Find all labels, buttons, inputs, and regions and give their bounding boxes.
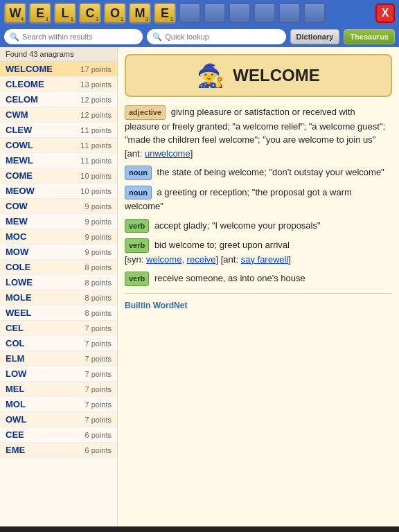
anagram-word: MEL xyxy=(6,384,24,394)
anagram-word: COLE xyxy=(6,262,30,272)
list-item[interactable]: MOLE 8 points xyxy=(0,290,117,305)
found-count: Found 43 anagrams xyxy=(0,47,117,62)
anagram-word: LOW xyxy=(6,369,26,379)
list-item[interactable]: ELM 7 points xyxy=(0,351,117,366)
anagram-points: 7 points xyxy=(85,324,112,332)
def-text-6: receive someone, as into one's house xyxy=(154,273,305,283)
tile-bar: W4 E1 L1 C3 O1 M3 E1 X xyxy=(0,0,399,26)
pos-badge-verb-2: verb xyxy=(125,238,149,253)
pos-badge-adj: adjective xyxy=(125,105,166,120)
tile-M[interactable]: M3 xyxy=(129,3,151,24)
anagram-points: 11 points xyxy=(80,141,112,150)
list-item[interactable]: OWL 7 points xyxy=(0,412,117,427)
quick-lookup-input[interactable] xyxy=(165,33,280,41)
list-item[interactable]: COLE 8 points xyxy=(0,260,117,275)
list-item[interactable]: CLEOME 13 points xyxy=(0,77,117,92)
list-item[interactable]: COME 10 points xyxy=(0,168,117,184)
list-item[interactable]: MEOW 10 points xyxy=(0,184,117,199)
left-panel: Found 43 anagrams WELCOME 17 points CLEO… xyxy=(0,47,118,526)
tile-L[interactable]: L1 xyxy=(54,3,76,24)
ant-link-1[interactable]: unwelcome xyxy=(145,148,190,159)
anagram-points: 7 points xyxy=(85,385,112,393)
anagram-points: 9 points xyxy=(85,248,112,256)
pos-badge-noun-2: noun xyxy=(125,186,152,200)
search-within-input[interactable] xyxy=(22,33,137,41)
anagram-points: 8 points xyxy=(85,309,112,317)
list-item[interactable]: EME 6 points xyxy=(0,443,117,458)
anagram-word: MOLE xyxy=(6,292,32,303)
anagram-points: 8 points xyxy=(85,294,112,302)
anagram-word: MOW xyxy=(6,247,28,257)
list-item[interactable]: CELOM 12 points xyxy=(0,92,117,107)
anagram-word: COL xyxy=(6,338,24,348)
anagram-word: CELOM xyxy=(6,94,38,105)
anagram-points: 8 points xyxy=(85,263,112,272)
list-item[interactable]: COWL 11 points xyxy=(0,138,117,153)
list-item[interactable]: LOW 7 points xyxy=(0,366,117,382)
def-text-3: a greeting or reception; "the proposal g… xyxy=(125,187,352,212)
word-title: WELCOME xyxy=(233,66,319,85)
tile-O[interactable]: O1 xyxy=(104,3,126,24)
builtin-wordnet-label: Builtin WordNet xyxy=(125,301,392,310)
tile-empty-3[interactable] xyxy=(229,3,251,24)
anagram-points: 9 points xyxy=(85,233,112,241)
anagram-word: OWL xyxy=(6,414,26,425)
anagram-word: COME xyxy=(6,170,33,181)
word-header-box: 🧙 WELCOME xyxy=(125,54,392,97)
anagram-points: 10 points xyxy=(80,187,112,195)
search-within-box: 🔍 xyxy=(4,29,143,44)
anagram-word: COW xyxy=(6,201,28,211)
tile-E2[interactable]: E1 xyxy=(154,3,176,24)
list-item[interactable]: WELCOME 17 points xyxy=(0,62,117,77)
syn-link-welcome[interactable]: welcome xyxy=(146,254,181,265)
list-item[interactable]: CEE 6 points xyxy=(0,427,117,443)
anagram-word: CEL xyxy=(6,323,24,333)
tile-empty-2[interactable] xyxy=(204,3,226,24)
wizard-hat-icon: 🧙 xyxy=(197,62,224,89)
definition-6: verb receive someone, as into one's hous… xyxy=(125,272,392,286)
list-item[interactable]: MOL 7 points xyxy=(0,397,117,412)
tile-empty-6[interactable] xyxy=(303,3,326,24)
right-panel: 🧙 WELCOME adjective giving pleasure or s… xyxy=(118,47,399,526)
tile-empty-1[interactable] xyxy=(179,3,201,24)
list-item[interactable]: CLEW 11 points xyxy=(0,123,117,138)
list-item[interactable]: COL 7 points xyxy=(0,336,117,351)
tile-W[interactable]: W4 xyxy=(4,3,26,24)
syn-link-receive[interactable]: receive xyxy=(187,254,216,265)
anagram-points: 7 points xyxy=(85,416,112,424)
quick-lookup-box: 🔍 xyxy=(147,29,285,44)
anagram-points: 10 points xyxy=(80,172,112,180)
dictionary-button[interactable]: Dictionary xyxy=(290,29,340,44)
anagram-points: 8 points xyxy=(85,278,112,287)
tile-C[interactable]: C3 xyxy=(79,3,101,24)
list-item[interactable]: COW 9 points xyxy=(0,199,117,214)
tile-empty-4[interactable] xyxy=(254,3,276,24)
anagram-word: CLEW xyxy=(6,125,32,135)
anagram-word: MEOW xyxy=(6,186,35,196)
pos-badge-noun-1: noun xyxy=(125,166,152,180)
anagram-points: 9 points xyxy=(85,202,112,211)
ant-link-farewell[interactable]: say farewell xyxy=(241,254,289,265)
quick-lookup-icon: 🔍 xyxy=(152,33,162,42)
list-item[interactable]: WEEL 8 points xyxy=(0,305,117,321)
list-item[interactable]: MEL 7 points xyxy=(0,382,117,397)
list-item[interactable]: LOWE 8 points xyxy=(0,275,117,290)
list-item[interactable]: MEWL 11 points xyxy=(0,153,117,168)
def-text-2: the state of being welcome; "don't outst… xyxy=(157,167,384,177)
list-item[interactable]: MEW 9 points xyxy=(0,214,117,229)
anagram-word: COWL xyxy=(6,140,33,150)
tile-empty-5[interactable] xyxy=(278,3,301,24)
anagram-points: 7 points xyxy=(85,370,112,378)
list-item[interactable]: MOW 9 points xyxy=(0,245,117,260)
anagram-word: ELM xyxy=(6,353,24,364)
list-item[interactable]: MOC 9 points xyxy=(0,229,117,245)
anagram-points: 9 points xyxy=(85,218,112,226)
thesaurus-button[interactable]: Thesaurus xyxy=(344,29,395,44)
list-item[interactable]: CEL 7 points xyxy=(0,321,117,336)
close-button[interactable]: X xyxy=(375,3,395,23)
list-item[interactable]: CWM 12 points xyxy=(0,107,117,123)
anagram-word: WELCOME xyxy=(6,64,53,74)
anagram-word: CLEOME xyxy=(6,79,44,89)
definition-4: verb accept gladly; "I welcome your prop… xyxy=(125,219,392,233)
tile-E[interactable]: E1 xyxy=(29,3,51,24)
